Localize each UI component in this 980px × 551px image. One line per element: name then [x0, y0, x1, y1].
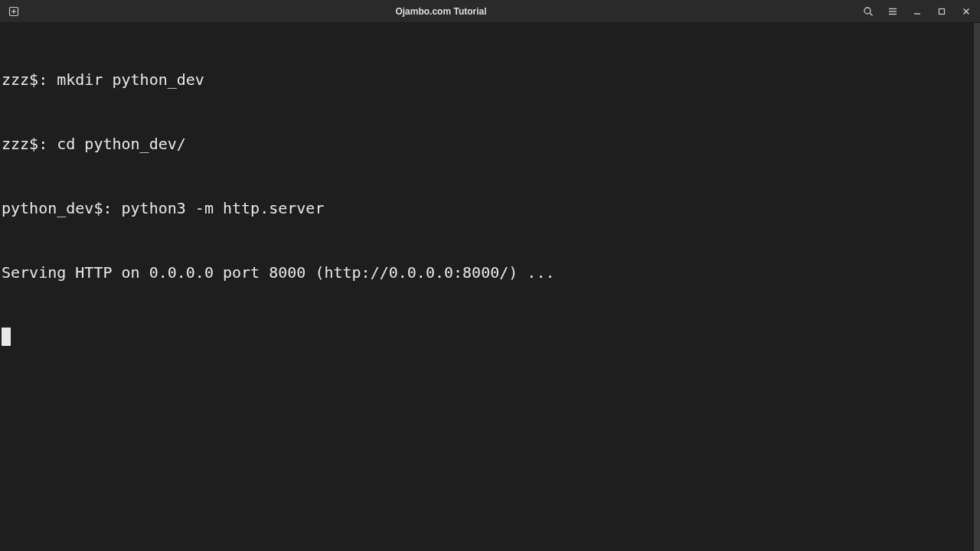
svg-line-4	[870, 13, 873, 16]
terminal-line: python_dev$: python3 -m http.server	[2, 197, 978, 219]
svg-point-3	[864, 8, 871, 14]
window-title: Ojambo.com Tutorial	[395, 6, 486, 17]
search-button[interactable]	[861, 4, 876, 19]
titlebar: Ojambo.com Tutorial	[0, 0, 980, 23]
terminal-line: Serving HTTP on 0.0.0.0 port 8000 (http:…	[2, 262, 978, 283]
scrollbar[interactable]	[974, 23, 980, 551]
svg-rect-9	[939, 8, 945, 14]
new-tab-button[interactable]	[6, 4, 21, 19]
terminal-area[interactable]: zzz$: mkdir python_dev zzz$: cd python_d…	[0, 23, 980, 551]
minimize-button[interactable]	[910, 4, 925, 19]
terminal-line: zzz$: mkdir python_dev	[2, 69, 978, 90]
maximize-button[interactable]	[934, 4, 949, 19]
cursor-icon	[2, 328, 11, 346]
close-button[interactable]	[959, 4, 974, 19]
menu-button[interactable]	[885, 4, 900, 19]
terminal-line: zzz$: cd python_dev/	[2, 133, 978, 155]
